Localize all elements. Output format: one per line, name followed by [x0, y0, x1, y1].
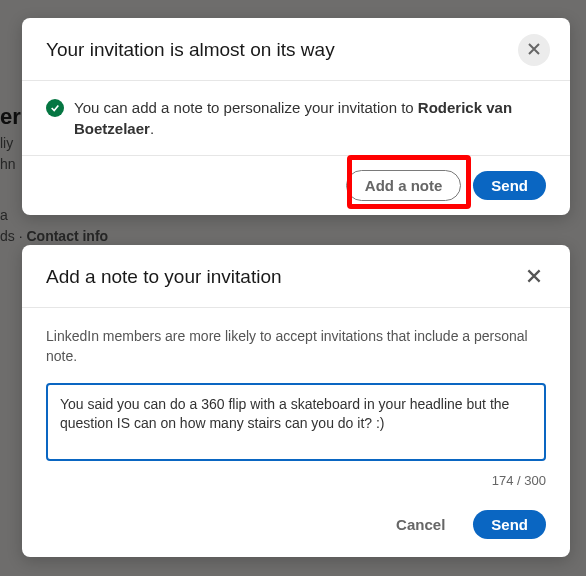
- send-button[interactable]: Send: [473, 171, 546, 200]
- modal-title: Add a note to your invitation: [46, 266, 282, 288]
- send-button[interactable]: Send: [473, 510, 546, 539]
- modal-header: Your invitation is almost on its way: [22, 18, 570, 81]
- close-icon: [526, 41, 542, 60]
- hint-text: LinkedIn members are more likely to acce…: [46, 326, 546, 367]
- info-text: You can add a note to personalize your i…: [74, 97, 546, 139]
- close-button[interactable]: [518, 261, 550, 293]
- modal-body: LinkedIn members are more likely to acce…: [22, 308, 570, 496]
- add-note-modal: Add a note to your invitation LinkedIn m…: [22, 245, 570, 557]
- check-circle-icon: [46, 99, 64, 117]
- close-icon: [525, 267, 543, 288]
- modal-footer: Add a note Send: [22, 156, 570, 215]
- add-note-button[interactable]: Add a note: [346, 170, 462, 201]
- cancel-button[interactable]: Cancel: [378, 510, 463, 539]
- modal-footer: Cancel Send: [22, 496, 570, 557]
- char-count: 174 / 300: [46, 473, 546, 488]
- close-button[interactable]: [518, 34, 550, 66]
- invitation-modal: Your invitation is almost on its way You…: [22, 18, 570, 215]
- modal-header: Add a note to your invitation: [22, 245, 570, 308]
- modal-title: Your invitation is almost on its way: [46, 39, 335, 61]
- note-textarea[interactable]: [46, 383, 546, 461]
- modal-body: You can add a note to personalize your i…: [22, 81, 570, 156]
